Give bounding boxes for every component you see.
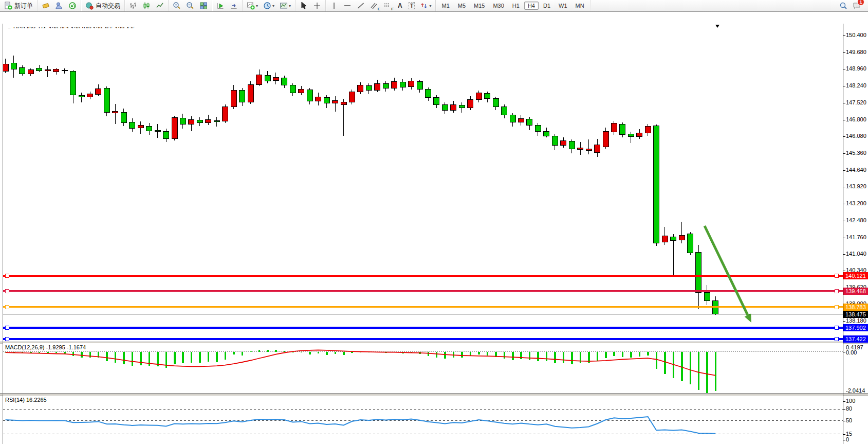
timeframe-h1[interactable]: H1 [509,2,523,10]
arrows-icon [420,2,428,10]
tile-windows-icon [199,2,208,10]
templates-button[interactable]: ▾ [278,0,293,11]
timeframe-m1[interactable]: M1 [438,2,453,10]
indicators-icon [247,2,255,10]
chart-scroll-marker-icon [715,25,719,28]
timeframe-d1[interactable]: D1 [540,2,554,10]
text-icon: A [397,2,403,9]
price-tick-label: 138.180 [846,317,866,324]
toolbar-group [296,0,326,11]
timeframe-m30[interactable]: M30 [489,2,507,10]
bar-chart-button[interactable] [127,0,139,11]
toolbar-group: 新订单 [0,0,38,11]
price-tick-label: 146.080 [846,133,866,139]
label-icon: T [409,2,415,9]
label-button[interactable]: T [407,0,417,11]
candle-chart-button[interactable] [140,0,153,11]
window-border-left [3,24,3,444]
tile-windows-button[interactable] [197,0,210,11]
autoscroll-button[interactable] [214,0,227,11]
timeframe-group: M1M5M15M30H1H4D1W1MN [436,0,590,11]
toolbar-right: 1 [837,0,868,11]
zoom-out-button[interactable] [184,0,196,11]
rsi-indicator-label: RSI(14) 16.2265 [5,397,47,403]
price-line-label: 138.783 [843,304,868,311]
price-tick-label: 145.360 [846,150,866,156]
new-order-button-label: 新订单 [14,2,33,10]
price-tick-label: 149.680 [846,49,866,55]
timeframe-m15[interactable]: M15 [470,2,488,10]
timeframe-mn[interactable]: MN [572,2,588,10]
notifications-button[interactable]: 1 [851,0,863,11]
chart-window[interactable]: ▼USDJPY-,H4 139.051 139.248 138.455 138.… [0,12,868,441]
zoom-out-icon [186,2,194,10]
price-tick-label: 147.520 [846,99,866,105]
search-button[interactable] [837,0,849,11]
price-tick-label: 146.800 [846,116,866,122]
vline-button[interactable] [328,0,340,11]
signal-icon [68,2,77,10]
line-chart-button[interactable] [154,0,166,11]
price-tick-label: 143.920 [846,183,866,189]
cursor-icon [300,2,308,10]
templates-icon [280,2,288,10]
macd-pane[interactable] [3,343,843,393]
chevron-down-icon: ▾ [272,4,274,8]
toolbar-group: ▾▾▾ [243,0,296,11]
price-axis-border [843,24,843,444]
crosshair-button[interactable] [311,0,323,11]
vline-icon [330,2,338,10]
hline-icon [343,2,352,10]
periods-button[interactable]: ▾ [261,0,276,11]
autotrading-icon [85,2,94,10]
zoom-in-button[interactable] [171,0,183,11]
hline-button[interactable] [341,0,354,11]
price-line-label: 138.475 [843,311,868,318]
toolbar: 新订单自动交易▾▾▾EFAT▾M1M5M15M30H1H4D1W1MN 1 [0,0,868,12]
price-tick-label: 148.960 [846,65,866,72]
toolbar-group [38,0,81,11]
timeframe-h4[interactable]: H4 [524,2,539,10]
trendline-button[interactable] [355,0,367,11]
price-line-label: 137.902 [843,324,868,331]
chart-shift-icon [230,2,238,10]
channel-icon [370,2,378,10]
autotrading-button-label: 自动交易 [96,2,120,10]
toolbar-group [125,0,169,11]
chevron-down-icon: ▾ [429,4,431,8]
mt4-window: 新订单自动交易▾▾▾EFAT▾M1M5M15M30H1H4D1W1MN 1 ▼U… [0,0,868,444]
indicators-button[interactable]: ▾ [245,0,260,11]
price-tick-label: 142.480 [846,217,866,223]
notification-badge: 1 [857,0,864,6]
price-line-label: 137.422 [843,335,868,343]
trendline-icon [357,2,365,10]
new-order-button[interactable]: 新订单 [2,0,35,11]
price-tick-label: 141.760 [846,234,866,240]
arrows-button[interactable]: ▾ [418,0,433,11]
autotrading-button[interactable]: 自动交易 [83,0,122,11]
fibonacci-button[interactable]: F [381,0,394,11]
signal-button[interactable] [66,0,79,11]
ticket-button[interactable] [40,0,52,11]
price-line-label: 140.121 [843,272,868,279]
timeframe-m5[interactable]: M5 [454,2,469,10]
price-chart-pane[interactable] [3,28,843,342]
chevron-down-icon: ▾ [256,4,258,8]
rsi-scale-label: 80 [846,405,852,412]
fibonacci-icon [383,2,392,10]
rsi-scale-label: 0 [846,436,849,442]
text-button[interactable]: A [395,0,405,11]
cursor-button[interactable] [298,0,310,11]
channel-button[interactable]: E [368,0,380,11]
chevron-down-icon: ▾ [289,4,291,8]
bar-chart-icon [129,2,137,10]
macd-scale-label: 0.00 [846,349,857,356]
rsi-pane[interactable] [3,396,843,444]
periods-icon [263,2,271,10]
search-icon [839,2,847,10]
timeframe-w1[interactable]: W1 [555,2,571,10]
price-tick-label: 150.400 [846,32,866,38]
profile-button[interactable] [53,0,65,11]
zoom-in-icon [173,2,181,10]
chart-shift-button[interactable] [228,0,240,11]
